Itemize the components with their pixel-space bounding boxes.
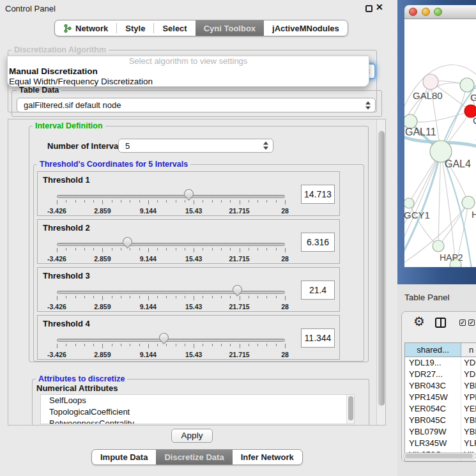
threshold-value-field[interactable]: 6.316 xyxy=(301,233,335,252)
slider-thumb[interactable] xyxy=(157,331,171,344)
attr-item-selfloops[interactable]: SelfLoops xyxy=(41,395,354,406)
horizontal-scrollbar-thumb[interactable] xyxy=(405,454,473,458)
network-node-label: GCY1 xyxy=(404,210,430,220)
threshold-value-field[interactable]: 11.344 xyxy=(301,328,335,348)
tab-select[interactable]: Select xyxy=(154,20,195,36)
cell-name: YBL0 xyxy=(461,426,476,438)
threshold-slider[interactable]: -3.4262.8599.14415.4321.71528 xyxy=(57,316,285,360)
column-header-1[interactable]: shared... xyxy=(405,343,461,357)
network-icon xyxy=(63,24,72,33)
network-node[interactable] xyxy=(460,78,474,92)
algorithm-option-equal-width-frequency-discretization[interactable]: Equal Width/Frequency Discretization xyxy=(8,77,369,87)
network-node[interactable] xyxy=(462,196,475,209)
bottom-tab-infer-network-label: Infer Network xyxy=(241,452,294,462)
tab-cyni-toolbox[interactable]: Cyni Toolbox xyxy=(196,20,264,36)
table-data-value: galFiltered.sif default node xyxy=(24,100,121,110)
table-row[interactable]: YDL19...YDL1 xyxy=(405,357,476,369)
horizontal-scrollbar[interactable] xyxy=(403,452,476,459)
table-row[interactable]: YBR045CYBR0 xyxy=(405,415,476,426)
float-window-icon[interactable] xyxy=(365,5,372,12)
table-row[interactable]: YER054CYER0 xyxy=(405,403,476,415)
network-window-titlebar[interactable] xyxy=(404,5,476,19)
list-scrollbar[interactable] xyxy=(346,395,354,424)
table-header: shared...n xyxy=(405,343,476,357)
minimize-traffic-light-icon[interactable] xyxy=(422,8,430,16)
algorithm-placeholder: Select algorithm to view settings xyxy=(8,56,369,66)
num-intervals-label: Number of Intervals xyxy=(47,141,125,151)
tab-style[interactable]: Style xyxy=(117,20,153,36)
slider-track xyxy=(57,291,285,294)
threshold-box-2: Threshold 2-3.4262.8599.14415.4321.71528… xyxy=(37,219,340,264)
split-columns-icon[interactable] xyxy=(435,318,446,328)
num-intervals-value: 5 xyxy=(125,141,130,151)
attr-item-betweennesscentrality[interactable]: BetweennessCentrality xyxy=(41,418,354,424)
cell-shared-name: YPR145W xyxy=(405,392,461,403)
table-row[interactable]: YBR043CYBR0 xyxy=(405,380,476,392)
close-icon[interactable]: ✕ xyxy=(376,2,383,12)
bottom-tab-impute-data-label: Impute Data xyxy=(100,452,148,462)
cell-name: YPR1 xyxy=(461,392,476,403)
table-row[interactable]: YLR345WYLR3 xyxy=(405,438,476,449)
threshold-value-field[interactable]: 21.4 xyxy=(301,280,335,300)
threshold-box-3: Threshold 3-3.4262.8599.14415.4321.71528… xyxy=(37,267,340,312)
cell-shared-name: YDL19... xyxy=(405,357,461,369)
network-edge xyxy=(438,151,441,246)
cell-name: YER0 xyxy=(461,403,476,415)
table-row[interactable]: YPR145WYPR1 xyxy=(405,392,476,403)
table-row[interactable]: YDR27...YDR2 xyxy=(405,369,476,380)
slider-thumb[interactable] xyxy=(181,187,195,201)
cell-shared-name: YBR043C xyxy=(405,380,461,392)
combo-arrows-icon xyxy=(365,101,370,109)
network-node-label: H xyxy=(472,209,476,220)
threshold-slider[interactable]: -3.4262.8599.14415.4321.71528 xyxy=(57,172,285,217)
interval-group-title: Interval Definition xyxy=(33,121,105,130)
node-table[interactable]: shared...n YDL19...YDL1YDR27...YDR2YBR04… xyxy=(404,342,476,461)
close-traffic-light-icon[interactable] xyxy=(409,8,417,16)
vertical-scrollbar-thumb[interactable] xyxy=(378,131,385,406)
numerical-attributes-list[interactable]: SelfLoopsTopologicalCoefficientBetweenne… xyxy=(40,394,355,424)
threshold-value-field[interactable]: 14.713 xyxy=(301,185,335,204)
bottom-tab-discretize-data-label: Discretize Data xyxy=(164,452,224,462)
attr-item-topologicalcoefficient[interactable]: TopologicalCoefficient xyxy=(41,406,354,418)
cell-name: YDR2 xyxy=(461,369,476,380)
network-node[interactable] xyxy=(433,240,444,252)
vertical-scrollbar[interactable] xyxy=(376,119,385,425)
tab-style-label: Style xyxy=(125,24,145,33)
tab-jactivemnodules[interactable]: jActiveMNodules xyxy=(264,20,348,36)
slider-thumb[interactable] xyxy=(121,235,134,249)
num-intervals-combobox[interactable]: 5 xyxy=(118,139,273,153)
attr-items: SelfLoopsTopologicalCoefficientBetweenne… xyxy=(41,395,354,424)
network-canvas[interactable]: GAL80GCGAL11GAL4GCY1HHAP2 xyxy=(404,19,476,267)
algorithm-option-manual-discretization[interactable]: Manual Discretization xyxy=(8,66,369,77)
slider-track xyxy=(57,339,285,342)
settings-gear-icon[interactable]: ⚙ xyxy=(413,314,425,329)
table-body: YDL19...YDL1YDR27...YDR2YBR043CYBR0YPR14… xyxy=(405,357,476,461)
table-panel-title: Table Panel xyxy=(404,293,450,302)
network-node[interactable] xyxy=(404,198,414,208)
table-panel-box: ⚙ ✓ ✓ shared...n YDL19...YDL1YDR27...YDR… xyxy=(401,311,476,462)
tab-cyni-toolbox-label: Cyni Toolbox xyxy=(204,24,256,33)
table-data-combobox[interactable]: galFiltered.sif default node xyxy=(17,98,376,112)
bottom-tab-discretize-data[interactable]: Discretize Data xyxy=(156,450,232,464)
numerical-attributes-label: Numerical Attributes xyxy=(36,383,118,393)
threshold-box-4: Threshold 4-3.4262.8599.14415.4321.71528… xyxy=(37,315,340,360)
zoom-traffic-light-icon[interactable] xyxy=(434,8,442,16)
checkbox-icon-1[interactable]: ✓ xyxy=(459,319,466,326)
table-row[interactable]: YBL079WYBL0 xyxy=(405,426,476,438)
checkbox-icon-2[interactable]: ✓ xyxy=(468,319,475,326)
network-node[interactable] xyxy=(423,74,438,89)
threshold-slider[interactable]: -3.4262.8599.14415.4321.71528 xyxy=(57,220,285,265)
bottom-tab-infer-network[interactable]: Infer Network xyxy=(233,450,302,464)
apply-button[interactable]: Apply xyxy=(171,429,213,443)
slider-thumb[interactable] xyxy=(230,283,243,296)
network-node-label: GAL80 xyxy=(413,90,443,101)
algorithm-popup: Select algorithm to view settings Manual… xyxy=(7,56,369,87)
algorithm-popup-list: Manual DiscretizationEqual Width/Frequen… xyxy=(8,66,369,87)
bottom-tab-impute-data[interactable]: Impute Data xyxy=(92,450,156,464)
tab-network[interactable]: Network xyxy=(55,20,116,36)
column-header-2[interactable]: n xyxy=(461,343,476,357)
network-edge xyxy=(410,111,471,122)
cell-name: YLR3 xyxy=(461,438,476,449)
threshold-slider[interactable]: -3.4262.8599.14415.4321.71528 xyxy=(57,268,285,312)
list-scrollbar-thumb[interactable] xyxy=(348,396,353,420)
